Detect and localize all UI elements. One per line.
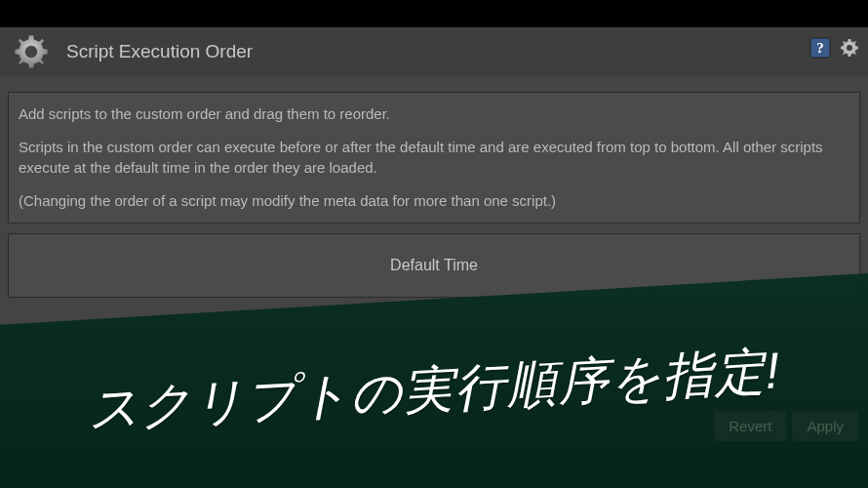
- svg-text:?: ?: [816, 40, 824, 56]
- banner-overlay: スクリプトの実行順序を指定!: [0, 273, 868, 488]
- apply-button[interactable]: Apply: [792, 411, 858, 441]
- info-text-2: Scripts in the custom order can execute …: [19, 138, 849, 178]
- svg-point-3: [847, 45, 852, 51]
- action-buttons: Revert Apply: [714, 411, 858, 441]
- gear-icon: [12, 32, 51, 71]
- header-actions: ?: [809, 37, 860, 59]
- svg-point-0: [25, 46, 37, 58]
- banner-text: スクリプトの実行順序を指定!: [86, 337, 782, 444]
- info-text-1: Add scripts to the custom order and drag…: [19, 104, 849, 124]
- info-text-3: (Changing the order of a script may modi…: [19, 191, 849, 211]
- info-panel: Add scripts to the custom order and drag…: [8, 92, 860, 224]
- default-time-label: Default Time: [390, 257, 478, 274]
- help-icon[interactable]: ?: [809, 37, 831, 59]
- page-title: Script Execution Order: [66, 41, 253, 62]
- header-bar: Script Execution Order ?: [0, 27, 868, 76]
- revert-button[interactable]: Revert: [714, 411, 786, 441]
- settings-gear-icon[interactable]: [839, 37, 860, 59]
- content-area: Add scripts to the custom order and drag…: [0, 76, 868, 305]
